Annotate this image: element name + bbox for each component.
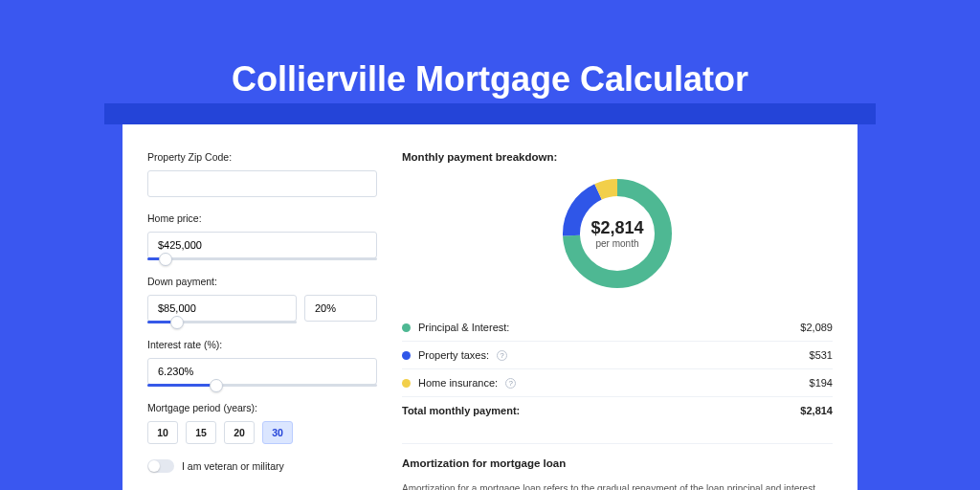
dot-icon (402, 379, 411, 388)
down-payment-row: Down payment: (147, 276, 377, 323)
interest-rate-row: Interest rate (%): (147, 339, 377, 387)
total-label: Total monthly payment: (402, 405, 520, 416)
interest-rate-slider-fill (147, 384, 216, 387)
legend-label: Home insurance: (418, 377, 498, 389)
total-value: $2,814 (800, 405, 833, 416)
calculator-panel: Property Zip Code: Home price: Down paym… (122, 124, 858, 490)
legend-value: $194 (810, 377, 833, 389)
period-buttons: 10 15 20 30 (147, 421, 377, 444)
veteran-row: I am veteran or military (147, 459, 377, 473)
header-band (104, 103, 876, 124)
legend-label: Principal & Interest: (418, 322, 509, 333)
interest-rate-slider-thumb[interactable] (210, 379, 223, 392)
down-payment-percent-input[interactable] (304, 295, 377, 322)
legend-label: Property taxes: (418, 349, 489, 361)
amortization-text: Amortization for a mortgage loan refers … (402, 482, 833, 490)
period-row: Mortgage period (years): 10 15 20 30 (147, 402, 377, 444)
period-button-15[interactable]: 15 (186, 421, 216, 444)
period-label: Mortgage period (years): (147, 402, 377, 413)
breakdown-title: Monthly payment breakdown: (402, 151, 833, 163)
info-icon[interactable]: ? (505, 378, 516, 389)
donut-center: $2,814 per month (558, 174, 677, 293)
donut-wrap: $2,814 per month (402, 174, 833, 293)
down-payment-label: Down payment: (147, 276, 377, 287)
zip-row: Property Zip Code: (147, 151, 377, 197)
legend-row-taxes: Property taxes: ? $531 (402, 342, 833, 369)
down-payment-slider[interactable] (147, 321, 297, 323)
interest-rate-label: Interest rate (%): (147, 339, 377, 350)
home-price-slider-thumb[interactable] (159, 253, 172, 266)
home-price-row: Home price: (147, 212, 377, 260)
home-price-input[interactable] (147, 232, 377, 258)
legend-row-principal: Principal & Interest: $2,089 (402, 314, 833, 342)
down-payment-slider-thumb[interactable] (170, 316, 184, 329)
period-button-20[interactable]: 20 (224, 421, 255, 444)
dot-icon (402, 351, 411, 360)
info-icon[interactable]: ? (497, 350, 507, 361)
donut-amount: $2,814 (590, 218, 643, 238)
period-button-10[interactable]: 10 (147, 421, 178, 444)
zip-label: Property Zip Code: (147, 151, 377, 163)
period-button-30[interactable]: 30 (262, 421, 293, 444)
legend-value: $2,089 (800, 322, 833, 333)
results-column: Monthly payment breakdown: $2,814 per mo… (402, 151, 833, 490)
home-price-slider[interactable] (147, 257, 377, 260)
veteran-label: I am veteran or military (182, 460, 284, 472)
legend-row-insurance: Home insurance: ? $194 (402, 369, 833, 397)
amortization-title: Amortization for mortgage loan (402, 457, 833, 469)
home-price-label: Home price: (147, 212, 377, 224)
zip-input[interactable] (147, 170, 377, 197)
legend-value: $531 (810, 349, 833, 361)
amortization-section: Amortization for mortgage loan Amortizat… (402, 443, 833, 490)
dot-icon (402, 323, 411, 332)
donut-chart: $2,814 per month (558, 174, 677, 293)
legend-row-total: Total monthly payment: $2,814 (402, 397, 833, 424)
interest-rate-slider[interactable] (147, 384, 377, 387)
donut-subtext: per month (595, 238, 638, 249)
interest-rate-input[interactable] (147, 358, 377, 385)
down-payment-amount-input[interactable] (147, 295, 297, 322)
veteran-toggle[interactable] (147, 459, 174, 473)
page-title: Collierville Mortgage Calculator (0, 0, 980, 100)
inputs-column: Property Zip Code: Home price: Down paym… (147, 151, 377, 490)
